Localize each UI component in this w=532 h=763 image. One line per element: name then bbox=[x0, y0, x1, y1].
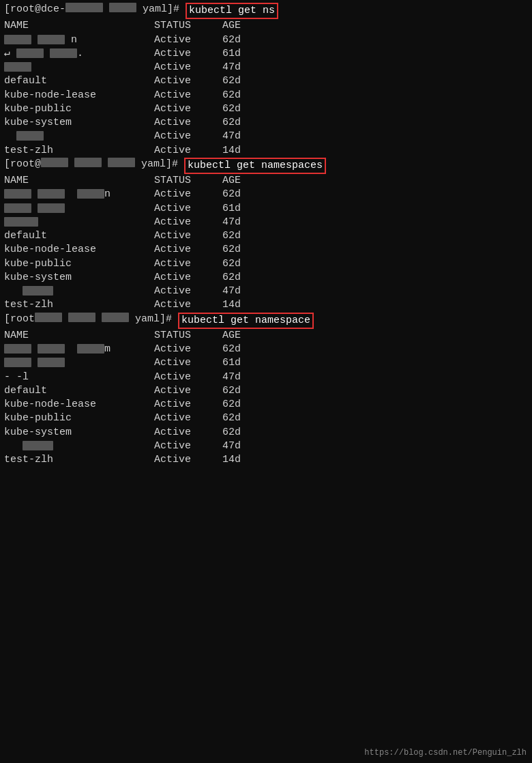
prompt-line-1: [root@dce- yaml]# kubectl get ns bbox=[4, 3, 528, 19]
table-row: test-zlhActive14d bbox=[4, 298, 528, 312]
table-row: Active47d bbox=[4, 285, 528, 298]
command-2: kubectl get namespaces bbox=[184, 158, 326, 174]
r2 bbox=[38, 358, 65, 367]
r2 bbox=[38, 344, 65, 354]
redacted-path-2 bbox=[74, 158, 102, 167]
prompt-line-3: [root yaml]# kubectl get namespace bbox=[4, 313, 528, 329]
table-row: defaultActive62d bbox=[4, 74, 528, 88]
section-1: [root@dce- yaml]# kubectl get ns NAMESTA… bbox=[4, 3, 528, 158]
redacted-name2 bbox=[38, 35, 65, 44]
table-row: kube-node-leaseActive62d bbox=[4, 89, 528, 102]
table-row: defaultActive62d bbox=[4, 229, 528, 243]
r1 bbox=[4, 203, 31, 213]
table-row: kube-publicActive62d bbox=[4, 412, 528, 425]
table-row: Active61d bbox=[4, 356, 528, 370]
redacted-name bbox=[16, 131, 44, 141]
watermark: https://blog.csdn.net/Penguin_zlh bbox=[364, 748, 527, 758]
r2 bbox=[38, 203, 65, 213]
prompt-text-1: [root@dce- bbox=[4, 3, 65, 19]
r3 bbox=[77, 344, 104, 354]
r3 bbox=[77, 189, 104, 199]
prompt-text-3: [root bbox=[4, 313, 35, 329]
table-row: Active61d bbox=[4, 202, 528, 216]
redacted-path-1 bbox=[109, 3, 136, 12]
r1 bbox=[23, 286, 53, 296]
redacted-host-3 bbox=[35, 313, 62, 322]
redacted-path-3b bbox=[102, 313, 129, 322]
table-row: kube-systemActive62d bbox=[4, 116, 528, 130]
redacted-name bbox=[16, 48, 44, 58]
terminal-window: [root@dce- yaml]# kubectl get ns NAMESTA… bbox=[4, 3, 528, 467]
table-row: ↵ .Active61d bbox=[4, 47, 528, 61]
table-row: test-zlhActive14d bbox=[4, 453, 528, 467]
header-row-2: NAMESTATUSAGE bbox=[4, 174, 528, 188]
table-row: kube-systemActive62d bbox=[4, 271, 528, 285]
r1 bbox=[4, 344, 31, 354]
redacted-path-3 bbox=[68, 313, 95, 322]
redacted-name bbox=[4, 62, 31, 72]
table-row: test-zlhActive14d bbox=[4, 144, 528, 158]
table-row: kube-systemActive62d bbox=[4, 426, 528, 440]
r1 bbox=[4, 189, 31, 199]
table-row: kube-node-leaseActive62d bbox=[4, 398, 528, 412]
header-row-3: NAMESTATUSAGE bbox=[4, 329, 528, 343]
table-row: Active47d bbox=[4, 130, 528, 143]
r2 bbox=[38, 189, 65, 199]
section-2: [root@ yaml]# kubectl get namespaces NAM… bbox=[4, 158, 528, 313]
redacted-host-2 bbox=[41, 158, 68, 167]
table-row: kube-publicActive62d bbox=[4, 257, 528, 271]
table-row: kube-publicActive62d bbox=[4, 102, 528, 116]
table-row: Active47d bbox=[4, 440, 528, 453]
header-row-1: NAMESTATUSAGE bbox=[4, 19, 528, 33]
prompt-line-2: [root@ yaml]# kubectl get namespaces bbox=[4, 158, 528, 174]
table-row: defaultActive62d bbox=[4, 384, 528, 398]
redacted-host-1 bbox=[65, 3, 103, 12]
r1 bbox=[23, 441, 53, 450]
command-1: kubectl get ns bbox=[186, 3, 278, 19]
table-row: Active47d bbox=[4, 216, 528, 229]
table-row: Active47d bbox=[4, 61, 528, 74]
r1 bbox=[4, 217, 38, 227]
command-3: kubectl get namespace bbox=[178, 313, 314, 329]
section-3: [root yaml]# kubectl get namespace NAMES… bbox=[4, 313, 528, 467]
prompt-text-2: [root@ bbox=[4, 158, 41, 174]
table-row: kube-node-leaseActive62d bbox=[4, 243, 528, 257]
r1 bbox=[4, 358, 31, 367]
table-row: mActive62d bbox=[4, 343, 528, 356]
redacted-name bbox=[4, 35, 31, 44]
table-row: nActive62d bbox=[4, 188, 528, 201]
table-row: nActive62d bbox=[4, 33, 528, 47]
redacted-name2 bbox=[50, 48, 77, 58]
table-row: - -lActive47d bbox=[4, 371, 528, 384]
redacted-path-2b bbox=[108, 158, 135, 167]
